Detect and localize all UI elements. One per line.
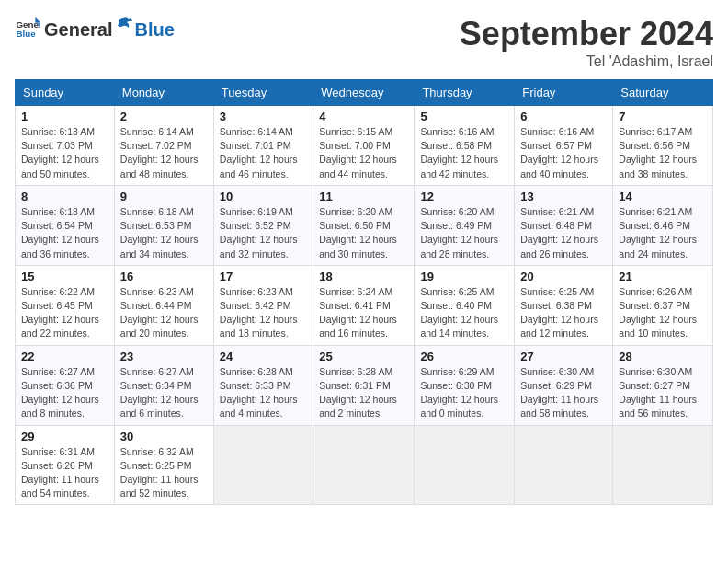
day-info: Sunrise: 6:28 AMSunset: 6:31 PMDaylight:… (319, 365, 408, 421)
calendar-cell: 7Sunrise: 6:17 AMSunset: 6:56 PMDaylight… (613, 106, 713, 186)
calendar-cell (415, 425, 515, 505)
weekday-header: Saturday (613, 80, 713, 106)
day-number: 10 (220, 190, 307, 203)
calendar-cell: 6Sunrise: 6:16 AMSunset: 6:57 PMDaylight… (515, 106, 613, 186)
day-info: Sunrise: 6:31 AMSunset: 6:26 PMDaylight:… (21, 445, 108, 501)
day-info: Sunrise: 6:23 AMSunset: 6:44 PMDaylight:… (120, 285, 208, 341)
day-number: 13 (520, 190, 607, 203)
calendar-cell: 15Sunrise: 6:22 AMSunset: 6:45 PMDayligh… (16, 265, 115, 345)
svg-text:Blue: Blue (16, 29, 36, 39)
day-number: 27 (520, 350, 607, 363)
day-info: Sunrise: 6:14 AMSunset: 7:01 PMDaylight:… (220, 125, 307, 181)
calendar-week-row: 15Sunrise: 6:22 AMSunset: 6:45 PMDayligh… (16, 265, 713, 345)
day-number: 16 (120, 270, 208, 283)
day-number: 11 (319, 190, 408, 203)
day-info: Sunrise: 6:20 AMSunset: 6:50 PMDaylight:… (319, 205, 408, 261)
day-info: Sunrise: 6:17 AMSunset: 6:56 PMDaylight:… (619, 125, 707, 181)
calendar-cell: 25Sunrise: 6:28 AMSunset: 6:31 PMDayligh… (313, 345, 415, 425)
day-number: 29 (21, 430, 108, 443)
day-info: Sunrise: 6:21 AMSunset: 6:46 PMDaylight:… (619, 205, 707, 261)
calendar-cell: 5Sunrise: 6:16 AMSunset: 6:58 PMDaylight… (415, 106, 515, 186)
logo: General Blue General Blue (15, 15, 175, 40)
day-info: Sunrise: 6:18 AMSunset: 6:54 PMDaylight:… (21, 205, 108, 261)
page-header: General Blue General Blue September 2024… (15, 15, 713, 70)
title-block: September 2024 Tel 'Adashim, Israel (460, 15, 713, 70)
day-number: 28 (619, 350, 707, 363)
calendar-week-row: 29Sunrise: 6:31 AMSunset: 6:26 PMDayligh… (16, 425, 713, 505)
day-number: 14 (619, 190, 707, 203)
calendar-cell (313, 425, 415, 505)
calendar-cell: 24Sunrise: 6:28 AMSunset: 6:33 PMDayligh… (213, 345, 313, 425)
location-title: Tel 'Adashim, Israel (460, 53, 713, 70)
calendar-week-row: 1Sunrise: 6:13 AMSunset: 7:03 PMDaylight… (16, 106, 713, 186)
month-title: September 2024 (460, 15, 713, 53)
day-number: 3 (220, 109, 307, 123)
day-info: Sunrise: 6:13 AMSunset: 7:03 PMDaylight:… (21, 125, 108, 181)
calendar-cell: 29Sunrise: 6:31 AMSunset: 6:26 PMDayligh… (16, 425, 115, 505)
day-number: 8 (21, 190, 108, 203)
calendar-cell: 22Sunrise: 6:27 AMSunset: 6:36 PMDayligh… (16, 345, 115, 425)
day-info: Sunrise: 6:21 AMSunset: 6:48 PMDaylight:… (520, 205, 607, 261)
weekday-header: Thursday (415, 80, 515, 106)
calendar-cell: 3Sunrise: 6:14 AMSunset: 7:01 PMDaylight… (213, 106, 313, 186)
calendar-cell: 9Sunrise: 6:18 AMSunset: 6:53 PMDaylight… (114, 185, 213, 265)
calendar-header-row: SundayMondayTuesdayWednesdayThursdayFrid… (16, 80, 713, 106)
day-info: Sunrise: 6:25 AMSunset: 6:40 PMDaylight:… (420, 285, 508, 341)
day-info: Sunrise: 6:18 AMSunset: 6:53 PMDaylight:… (120, 205, 208, 261)
calendar-cell: 14Sunrise: 6:21 AMSunset: 6:46 PMDayligh… (613, 185, 713, 265)
day-number: 4 (319, 109, 408, 123)
day-info: Sunrise: 6:14 AMSunset: 7:02 PMDaylight:… (120, 125, 208, 181)
weekday-header: Sunday (16, 80, 115, 106)
day-info: Sunrise: 6:25 AMSunset: 6:38 PMDaylight:… (520, 285, 607, 341)
logo-bird-icon (113, 16, 133, 36)
day-info: Sunrise: 6:16 AMSunset: 6:58 PMDaylight:… (420, 125, 508, 181)
day-number: 12 (420, 190, 508, 203)
day-info: Sunrise: 6:28 AMSunset: 6:33 PMDaylight:… (220, 365, 307, 421)
calendar-week-row: 8Sunrise: 6:18 AMSunset: 6:54 PMDaylight… (16, 185, 713, 265)
day-info: Sunrise: 6:22 AMSunset: 6:45 PMDaylight:… (21, 285, 108, 341)
calendar-cell: 27Sunrise: 6:30 AMSunset: 6:29 PMDayligh… (515, 345, 613, 425)
day-info: Sunrise: 6:26 AMSunset: 6:37 PMDaylight:… (619, 285, 707, 341)
day-number: 15 (21, 270, 108, 283)
day-number: 22 (21, 350, 108, 363)
calendar-cell: 23Sunrise: 6:27 AMSunset: 6:34 PMDayligh… (114, 345, 213, 425)
day-number: 6 (520, 109, 607, 123)
calendar-cell (515, 425, 613, 505)
day-number: 21 (619, 270, 707, 283)
logo-icon: General Blue (15, 15, 40, 40)
calendar-cell: 28Sunrise: 6:30 AMSunset: 6:27 PMDayligh… (613, 345, 713, 425)
day-info: Sunrise: 6:16 AMSunset: 6:57 PMDaylight:… (520, 125, 607, 181)
day-number: 9 (120, 190, 208, 203)
day-number: 19 (420, 270, 508, 283)
day-info: Sunrise: 6:23 AMSunset: 6:42 PMDaylight:… (220, 285, 307, 341)
day-number: 17 (220, 270, 307, 283)
calendar-cell: 17Sunrise: 6:23 AMSunset: 6:42 PMDayligh… (213, 265, 313, 345)
day-number: 23 (120, 350, 208, 363)
calendar-cell: 1Sunrise: 6:13 AMSunset: 7:03 PMDaylight… (16, 106, 115, 186)
day-number: 2 (120, 109, 208, 123)
day-info: Sunrise: 6:27 AMSunset: 6:34 PMDaylight:… (120, 365, 208, 421)
calendar-cell: 12Sunrise: 6:20 AMSunset: 6:49 PMDayligh… (415, 185, 515, 265)
day-info: Sunrise: 6:20 AMSunset: 6:49 PMDaylight:… (420, 205, 508, 261)
logo-general: General (44, 19, 112, 40)
calendar-cell: 19Sunrise: 6:25 AMSunset: 6:40 PMDayligh… (415, 265, 515, 345)
day-number: 30 (120, 430, 208, 443)
day-number: 5 (420, 109, 508, 123)
weekday-header: Monday (114, 80, 213, 106)
day-number: 7 (619, 109, 707, 123)
calendar-cell: 8Sunrise: 6:18 AMSunset: 6:54 PMDaylight… (16, 185, 115, 265)
day-number: 1 (21, 109, 108, 123)
day-number: 26 (420, 350, 508, 363)
day-info: Sunrise: 6:27 AMSunset: 6:36 PMDaylight:… (21, 365, 108, 421)
calendar-table: SundayMondayTuesdayWednesdayThursdayFrid… (15, 79, 713, 505)
day-number: 25 (319, 350, 408, 363)
weekday-header: Tuesday (213, 80, 313, 106)
calendar-cell (613, 425, 713, 505)
logo-blue: Blue (134, 19, 174, 40)
calendar-cell: 21Sunrise: 6:26 AMSunset: 6:37 PMDayligh… (613, 265, 713, 345)
weekday-header: Wednesday (313, 80, 415, 106)
day-number: 24 (220, 350, 307, 363)
calendar-cell: 10Sunrise: 6:19 AMSunset: 6:52 PMDayligh… (213, 185, 313, 265)
calendar-cell: 16Sunrise: 6:23 AMSunset: 6:44 PMDayligh… (114, 265, 213, 345)
calendar-cell: 2Sunrise: 6:14 AMSunset: 7:02 PMDaylight… (114, 106, 213, 186)
